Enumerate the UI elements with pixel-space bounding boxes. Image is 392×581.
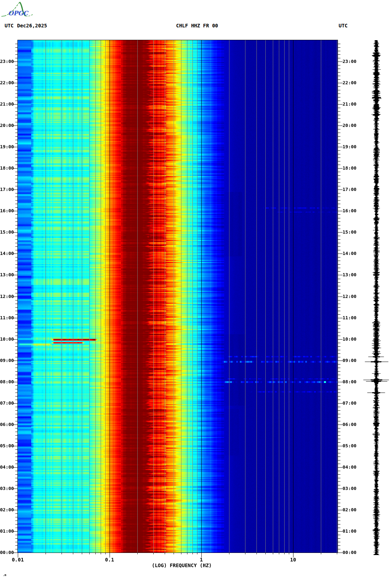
- time-label-left: 19:00: [0, 144, 12, 149]
- time-label-left: 14:00: [0, 251, 12, 256]
- time-label-right: 13:00: [343, 272, 356, 277]
- spectrogram-canvas: [0, 0, 392, 581]
- time-label-left: 03:00: [0, 486, 12, 491]
- time-label-left: 17:00: [0, 187, 12, 192]
- time-label-right: 17:00: [343, 187, 356, 192]
- footer-glyph: .m: [3, 574, 6, 577]
- freq-tick-label: 0.1: [95, 557, 124, 563]
- time-label-right: 21:00: [343, 101, 356, 107]
- time-label-right: 15:00: [343, 229, 356, 235]
- time-label-left: 08:00: [0, 379, 12, 384]
- time-label-right: 08:00: [343, 379, 356, 384]
- time-label-right: 06:00: [343, 422, 356, 427]
- time-label-left: 18:00: [0, 165, 12, 171]
- time-label-right: 03:00: [343, 486, 356, 491]
- time-label-left: 00:00: [0, 550, 12, 555]
- freq-tick-label: 0.01: [4, 557, 32, 563]
- time-label-left: 15:00: [0, 229, 12, 235]
- time-label-left: 07:00: [0, 400, 12, 406]
- time-label-left: 01:00: [0, 528, 12, 534]
- time-label-right: 10:00: [343, 336, 356, 342]
- time-label-left: 12:00: [0, 294, 12, 299]
- time-label-right: 07:00: [343, 400, 356, 406]
- time-label-left: 06:00: [0, 422, 12, 427]
- time-label-right: 01:00: [343, 528, 356, 534]
- time-label-right: 16:00: [343, 208, 356, 213]
- time-label-left: 13:00: [0, 272, 12, 277]
- time-label-left: 04:00: [0, 464, 12, 470]
- time-label-left: 20:00: [0, 123, 12, 128]
- frequency-axis-title: (LOG) FREQUENCY (HZ): [128, 563, 235, 568]
- freq-tick-label: 10: [279, 557, 307, 563]
- time-label-left: 11:00: [0, 315, 12, 320]
- time-label-right: 05:00: [343, 443, 356, 448]
- time-label-left: 23:00: [0, 59, 12, 64]
- time-label-left: 09:00: [0, 358, 12, 363]
- freq-tick-label: 1: [187, 557, 216, 563]
- time-label-left: 16:00: [0, 208, 12, 213]
- time-label-left: 05:00: [0, 443, 12, 448]
- time-label-right: 11:00: [343, 315, 356, 320]
- time-label-right: 20:00: [343, 123, 356, 128]
- time-label-right: 18:00: [343, 165, 356, 171]
- time-label-right: 04:00: [343, 464, 356, 470]
- time-label-right: 00:00: [343, 550, 356, 555]
- time-label-left: 21:00: [0, 101, 12, 107]
- time-label-right: 12:00: [343, 294, 356, 299]
- time-label-right: 02:00: [343, 507, 356, 512]
- time-label-right: 22:00: [343, 80, 356, 85]
- time-label-right: 19:00: [343, 144, 356, 149]
- time-label-left: 10:00: [0, 336, 12, 342]
- time-label-left: 22:00: [0, 80, 12, 85]
- time-label-right: 14:00: [343, 251, 356, 256]
- time-label-right: 09:00: [343, 358, 356, 363]
- time-label-left: 02:00: [0, 507, 12, 512]
- seismic-spectrogram-page: { "header": { "utc_left": "UTC", "date":…: [0, 0, 392, 581]
- time-label-right: 23:00: [343, 59, 356, 64]
